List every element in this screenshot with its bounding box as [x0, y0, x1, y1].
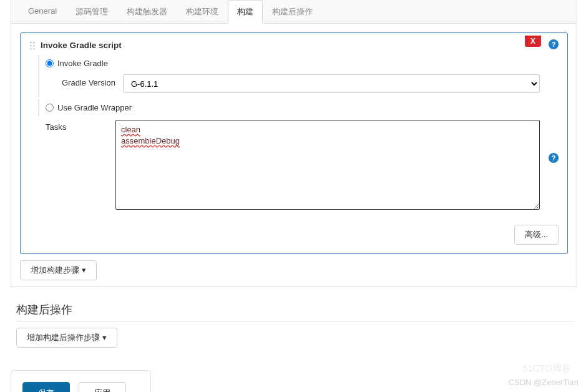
tab-environment[interactable]: 构建环境 — [177, 0, 228, 24]
watermark-text: 51CTO博客 — [522, 363, 571, 375]
invoke-gradle-panel: X ? Invoke Gradle script Invoke Gradle G… — [20, 32, 568, 254]
advanced-button[interactable]: 高级... — [514, 225, 559, 245]
add-build-step-row: 增加构建步骤 ▾ — [11, 254, 577, 280]
use-wrapper-block: Use Gradle Wrapper — [38, 99, 559, 116]
build-steps-area: X ? Invoke Gradle script Invoke Gradle G… — [11, 24, 577, 254]
section-divider — [16, 321, 575, 321]
drag-handle-icon[interactable] — [29, 41, 36, 50]
panel-title: Invoke Gradle script — [41, 41, 122, 50]
apply-button[interactable]: 应用 — [79, 382, 126, 392]
gradle-version-row: Gradle Version G-6.1.1 — [46, 74, 559, 93]
footer-actions: 保存 应用 — [11, 370, 151, 392]
add-post-step-row: 增加构建后操作步骤 ▾ — [0, 328, 586, 348]
panel-header: Invoke Gradle script — [29, 41, 559, 50]
radio-invoke-gradle[interactable]: Invoke Gradle — [46, 56, 559, 71]
delete-step-button[interactable]: X — [525, 36, 541, 47]
tab-scm[interactable]: 源码管理 — [66, 0, 117, 24]
tab-general[interactable]: General — [19, 0, 66, 24]
gradle-version-label: Gradle Version — [53, 74, 123, 87]
advanced-row: 高级... — [29, 225, 559, 245]
tab-post-build[interactable]: 构建后操作 — [263, 0, 322, 24]
radio-invoke-gradle-label: Invoke Gradle — [57, 59, 108, 68]
tasks-input[interactable] — [115, 120, 540, 210]
radio-invoke-gradle-input[interactable] — [46, 59, 54, 67]
help-icon[interactable]: ? — [549, 39, 559, 49]
tab-bar: General 源码管理 构建触发器 构建环境 构建 构建后操作 — [11, 0, 577, 24]
watermark-text: CSDN @ZenerTian — [509, 378, 579, 387]
tab-build[interactable]: 构建 — [228, 0, 263, 24]
save-button[interactable]: 保存 — [22, 382, 70, 392]
config-container: General 源码管理 构建触发器 构建环境 构建 构建后操作 X ? Inv… — [11, 0, 577, 287]
help-icon[interactable]: ? — [549, 153, 559, 163]
post-build-section-title: 构建后操作 — [16, 302, 586, 317]
add-build-step-button[interactable]: 增加构建步骤 ▾ — [20, 260, 97, 280]
gradle-version-select[interactable]: G-6.1.1 — [123, 74, 540, 93]
tasks-label: Tasks — [46, 120, 115, 132]
tasks-row: Tasks — [29, 120, 559, 210]
radio-use-wrapper-input[interactable] — [46, 104, 54, 112]
radio-use-wrapper-label: Use Gradle Wrapper — [57, 103, 132, 112]
radio-use-wrapper[interactable]: Use Gradle Wrapper — [46, 100, 559, 115]
tab-triggers[interactable]: 构建触发器 — [117, 0, 177, 24]
add-post-build-step-button[interactable]: 增加构建后操作步骤 ▾ — [16, 328, 117, 348]
invoke-gradle-block: Invoke Gradle Gradle Version G-6.1.1 — [38, 55, 559, 97]
